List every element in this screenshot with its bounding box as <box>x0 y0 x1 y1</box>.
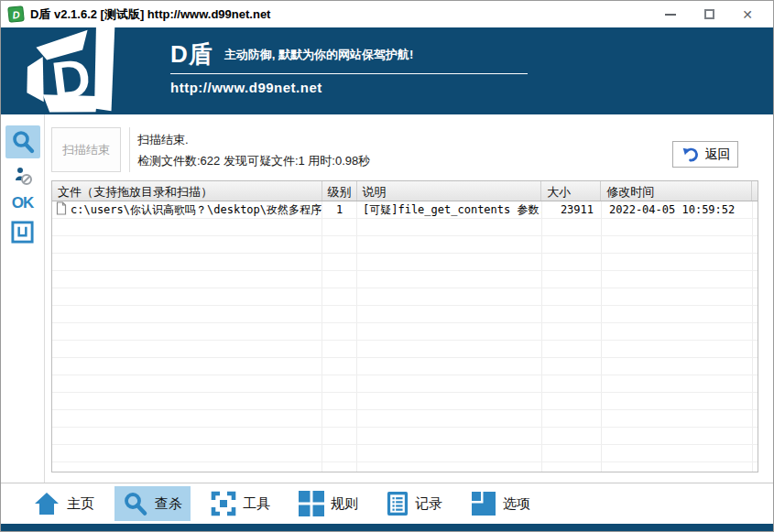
toolbar-item-home[interactable]: 主页 <box>25 486 103 521</box>
empty-cell <box>753 323 758 340</box>
empty-row <box>52 393 758 410</box>
rules-icon <box>299 491 324 516</box>
results-table: 文件（支持拖放目录和扫描）级别说明大小修改时间 c:\users\你认识高歌吗？… <box>51 180 758 472</box>
empty-cell <box>322 288 357 305</box>
empty-cell <box>52 219 322 235</box>
empty-cell <box>357 358 542 375</box>
empty-cell <box>753 428 758 444</box>
empty-row <box>52 428 758 445</box>
empty-cell <box>542 358 602 375</box>
empty-cell <box>52 323 322 340</box>
close-icon[interactable]: ✕ <box>735 5 760 24</box>
empty-cell <box>357 445 542 461</box>
empty-cell <box>52 393 322 409</box>
empty-cell <box>753 462 758 472</box>
empty-cell <box>52 428 322 444</box>
toolbar-item-label: 工具 <box>243 495 270 513</box>
empty-row <box>52 375 758 393</box>
empty-cell <box>52 445 322 461</box>
empty-cell <box>357 254 542 270</box>
empty-cell <box>52 375 322 392</box>
empty-cell <box>52 462 322 472</box>
empty-cell <box>753 271 758 288</box>
empty-cell <box>322 445 357 461</box>
empty-cell <box>542 462 602 472</box>
column-header-4[interactable]: 修改时间 <box>601 181 752 201</box>
table-body: c:\users\你认识高歌吗？\desktop\孜然多程序...1[可疑]fi… <box>52 201 758 472</box>
empty-cell <box>52 341 322 357</box>
empty-cell <box>602 375 753 392</box>
empty-cell <box>753 306 758 322</box>
bottom-toolbar: 主页查杀工具规则记录选项 <box>1 483 773 524</box>
empty-cell <box>52 306 322 322</box>
empty-row <box>52 358 758 375</box>
window-controls: ✕ <box>658 5 766 24</box>
column-header-2[interactable]: 说明 <box>357 181 542 201</box>
empty-cell <box>357 288 542 305</box>
column-header-1[interactable]: 级别 <box>322 181 357 201</box>
undo-arrow-icon <box>681 146 699 164</box>
empty-cell <box>52 236 322 253</box>
cell-level: 1 <box>322 201 357 218</box>
empty-cell <box>322 375 357 392</box>
empty-cell <box>52 271 322 288</box>
brand-name: D盾 <box>170 42 213 66</box>
empty-cell <box>52 358 322 375</box>
no-trojan-icon[interactable] <box>13 166 33 186</box>
empty-cell <box>542 254 602 270</box>
toolbar-item-label: 查杀 <box>155 495 182 513</box>
empty-cell <box>602 445 753 461</box>
empty-cell <box>322 358 357 375</box>
empty-cell <box>542 375 602 392</box>
square-u-icon[interactable] <box>10 220 35 244</box>
result-row[interactable]: c:\users\你认识高歌吗？\desktop\孜然多程序...1[可疑]fi… <box>52 201 758 219</box>
magnifier-icon <box>10 129 36 155</box>
column-header-3[interactable]: 大小 <box>541 181 601 201</box>
empty-cell <box>753 445 758 461</box>
cell-file: c:\users\你认识高歌吗？\desktop\孜然多程序... <box>52 201 322 218</box>
empty-cell <box>322 271 357 288</box>
toolbar-item-logs[interactable]: 记录 <box>378 486 451 521</box>
banner-url: http://www.d99net.net <box>170 80 537 95</box>
empty-cell <box>52 410 322 427</box>
home-icon <box>33 491 60 516</box>
back-button[interactable]: 返回 <box>672 141 738 168</box>
empty-cell <box>542 410 602 427</box>
toolbar-item-options[interactable]: 选项 <box>463 486 539 521</box>
empty-cell <box>602 462 753 472</box>
empty-row <box>52 341 758 358</box>
empty-cell <box>357 341 542 357</box>
empty-row <box>52 445 758 462</box>
app-logo-icon: D <box>7 5 25 23</box>
empty-cell <box>322 219 357 235</box>
header-banner: D D盾 主动防御, 默默为你的网站保驾护航! http://www.d99ne… <box>1 27 773 114</box>
cell-desc: [可疑]file_get_contents 参数... <box>357 201 542 218</box>
toolbar-item-label: 记录 <box>415 495 442 513</box>
scan-status-button[interactable]: 扫描结束 <box>51 127 121 172</box>
empty-cell <box>542 306 602 322</box>
toolbar-item-tools[interactable]: 工具 <box>202 486 278 521</box>
scan-icon <box>123 491 148 516</box>
ok-indicator[interactable]: OK <box>12 194 34 212</box>
minimize-icon[interactable] <box>658 5 683 24</box>
titlebar: D D盾 v2.1.6.2 [测试版] http://www.d99net.ne… <box>1 1 773 27</box>
empty-cell <box>357 410 542 427</box>
empty-cell <box>602 219 753 235</box>
empty-cell <box>52 288 322 305</box>
empty-row <box>52 236 758 254</box>
empty-cell <box>357 323 542 340</box>
empty-cell <box>357 306 542 322</box>
svg-text:D: D <box>49 47 93 111</box>
empty-cell <box>753 288 758 305</box>
cell-filler <box>753 201 758 218</box>
empty-cell <box>753 254 758 270</box>
sidebar-scan-button[interactable] <box>5 125 40 158</box>
log-icon <box>387 491 409 516</box>
maximize-icon[interactable] <box>696 5 722 24</box>
toolbar-item-scan[interactable]: 查杀 <box>114 486 191 521</box>
app-window: D D盾 v2.1.6.2 [测试版] http://www.d99net.ne… <box>0 0 774 532</box>
empty-cell <box>322 236 357 253</box>
column-header-0[interactable]: 文件（支持拖放目录和扫描） <box>52 181 322 201</box>
toolbar-item-rules[interactable]: 规则 <box>290 486 366 521</box>
empty-cell <box>542 288 602 305</box>
